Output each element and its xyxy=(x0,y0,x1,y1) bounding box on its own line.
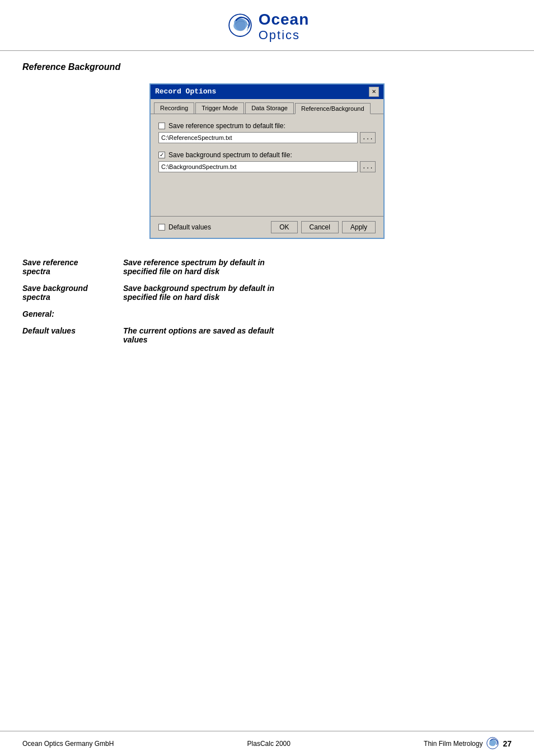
logo-icon xyxy=(225,11,255,41)
footer-company: Ocean Optics Germany GmbH xyxy=(22,740,114,748)
def-default-values: The current options are saved as default… xyxy=(123,324,512,350)
main-content: Reference Background Record Options ✕ Re… xyxy=(0,51,534,361)
tab-reference-background[interactable]: Reference/Background xyxy=(295,103,371,114)
reference-checkbox-label: Save reference spectrum to default file: xyxy=(168,122,285,130)
dialog-footer: Default values OK Cancel Apply xyxy=(151,216,383,238)
footer-logo-icon xyxy=(485,736,500,752)
page-header: Ocean Optics xyxy=(0,0,534,51)
spacer xyxy=(158,180,376,208)
dialog-titlebar: Record Options ✕ xyxy=(151,84,383,99)
page-number: 27 xyxy=(503,739,512,748)
tab-trigger-mode[interactable]: Trigger Mode xyxy=(195,102,244,114)
term-save-background: Save backgroundspectra xyxy=(22,281,123,307)
close-button[interactable]: ✕ xyxy=(369,87,379,97)
term-general: General: xyxy=(22,307,123,324)
background-checkbox-label: Save background spectrum to default file… xyxy=(168,151,292,159)
dialog-body: Save reference spectrum to default file:… xyxy=(151,114,383,216)
reference-browse-button[interactable]: ... xyxy=(360,132,376,143)
record-options-dialog: Record Options ✕ Recording Trigger Mode … xyxy=(149,83,385,239)
page-footer: Ocean Optics Germany GmbH PlasCalc 2000 … xyxy=(0,731,534,756)
reference-checkbox-row: Save reference spectrum to default file: xyxy=(158,122,376,130)
logo-ocean: Ocean xyxy=(259,11,310,29)
default-values-row: Default values xyxy=(158,223,266,231)
apply-button[interactable]: Apply xyxy=(342,221,376,233)
dialog-tabs: Recording Trigger Mode Data Storage Refe… xyxy=(151,99,383,114)
desc-row-general: General: xyxy=(22,307,512,324)
reference-path-input[interactable] xyxy=(158,132,358,143)
background-file-row: ... xyxy=(158,161,376,172)
term-save-reference: Save referencespectra xyxy=(22,256,123,281)
dialog-wrapper: Record Options ✕ Recording Trigger Mode … xyxy=(22,83,512,239)
background-checkbox[interactable] xyxy=(158,152,165,158)
tab-data-storage[interactable]: Data Storage xyxy=(245,102,294,114)
ok-button[interactable]: OK xyxy=(271,221,297,233)
reference-checkbox[interactable] xyxy=(158,123,165,129)
logo-optics: Optics xyxy=(259,29,310,42)
background-browse-button[interactable]: ... xyxy=(360,161,376,172)
logo-text: Ocean Optics xyxy=(259,11,310,42)
dialog-title: Record Options xyxy=(155,87,216,96)
background-path-input[interactable] xyxy=(158,161,358,172)
reference-file-row: ... xyxy=(158,132,376,143)
def-general xyxy=(123,307,512,324)
reference-form-group: Save reference spectrum to default file:… xyxy=(158,122,376,143)
tab-recording[interactable]: Recording xyxy=(154,102,194,114)
term-default-values: Default values xyxy=(22,324,123,350)
footer-product: PlasCalc 2000 xyxy=(247,740,291,748)
background-form-group: Save background spectrum to default file… xyxy=(158,151,376,172)
footer-subtitle: Thin Film Metrology xyxy=(424,740,483,748)
cancel-button[interactable]: Cancel xyxy=(301,221,339,233)
desc-row-default-values: Default values The current options are s… xyxy=(22,324,512,350)
desc-row-save-background: Save backgroundspectra Save background s… xyxy=(22,281,512,307)
desc-row-save-reference: Save referencespectra Save reference spe… xyxy=(22,256,512,281)
logo: Ocean Optics xyxy=(225,11,310,42)
footer-buttons: OK Cancel Apply xyxy=(271,221,376,233)
default-values-checkbox[interactable] xyxy=(158,224,165,231)
section-title: Reference Background xyxy=(22,62,512,72)
default-values-label: Default values xyxy=(168,223,211,231)
background-checkbox-row: Save background spectrum to default file… xyxy=(158,151,376,159)
def-save-reference: Save reference spectrum by default inspe… xyxy=(123,256,512,281)
footer-right: Thin Film Metrology 27 xyxy=(424,736,512,752)
descriptions-table: Save referencespectra Save reference spe… xyxy=(22,256,512,350)
def-save-background: Save background spectrum by default insp… xyxy=(123,281,512,307)
